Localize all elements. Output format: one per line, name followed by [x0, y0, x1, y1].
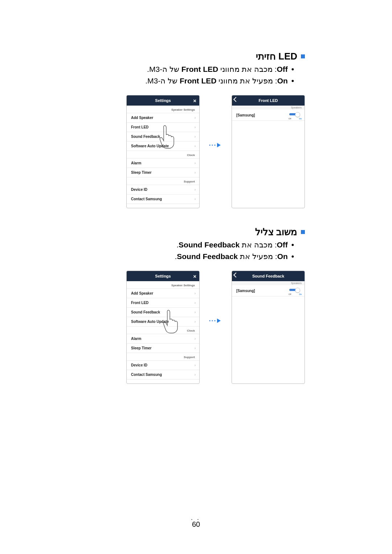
- description-list: • Off: מכבה את Sound Feedback. • On: מפע…: [80, 239, 294, 262]
- chevron-right-icon: ›: [195, 188, 196, 192]
- item-add-speaker[interactable]: Add Speaker›: [127, 113, 199, 123]
- blue-square-bullet-icon: [301, 230, 305, 234]
- chevron-right-icon: ›: [195, 144, 196, 148]
- item-add-speaker[interactable]: Add Speaker›: [127, 289, 199, 298]
- item-device-id[interactable]: Device ID›: [127, 361, 199, 370]
- desc-item-off: • Off: מכבה את מחווני Front LED של ה-M3.: [80, 63, 294, 75]
- chevron-right-icon: ›: [195, 125, 196, 129]
- chevron-right-icon: ›: [195, 197, 196, 201]
- chevron-right-icon: ›: [195, 310, 196, 314]
- item-device-id[interactable]: Device ID›: [127, 185, 199, 194]
- group-header-support: Support: [127, 177, 199, 185]
- detail-header: Sound Feedback: [232, 271, 305, 281]
- item-contact-samsung[interactable]: Contact Samsung›: [127, 194, 199, 204]
- desc-item-off: • Off: מכבה את Sound Feedback.: [80, 239, 294, 251]
- svg-point-2: [214, 144, 215, 145]
- detail-title: Sound Feedback: [252, 274, 284, 278]
- description-list: • Off: מכבה את מחווני Front LED של ה-M3.…: [80, 63, 294, 86]
- chevron-right-icon: ›: [195, 116, 196, 120]
- section-title: LED חזיתי: [256, 51, 297, 62]
- item-alarm[interactable]: Alarm›: [127, 334, 199, 344]
- item-sound-feedback[interactable]: Sound Feedback›: [127, 132, 199, 141]
- toggle-switch[interactable]: Off On: [289, 288, 301, 294]
- chevron-right-icon: ›: [195, 291, 196, 295]
- svg-point-1: [212, 144, 213, 145]
- item-contact-samsung[interactable]: Contact Samsung›: [127, 370, 199, 379]
- close-icon[interactable]: ×: [193, 274, 196, 279]
- item-front-led[interactable]: Front LED›: [127, 123, 199, 132]
- device-row[interactable]: [Samsung] Off On: [232, 285, 305, 296]
- section-heading: LED חזיתי: [80, 51, 305, 62]
- item-software-auto-update[interactable]: Software Auto Update›: [127, 317, 199, 327]
- settings-header: Settings ×: [127, 271, 199, 281]
- item-sound-feedback[interactable]: Sound Feedback›: [127, 308, 199, 317]
- chevron-right-icon: ›: [195, 373, 196, 377]
- settings-screen: Settings × Speaker Settings Add Speaker›…: [126, 95, 200, 208]
- detail-screen-sound-feedback: Sound Feedback Speakers [Samsung] Off On: [232, 271, 305, 384]
- group-header-clock: Clock: [127, 151, 199, 159]
- detail-header: Front LED: [232, 95, 305, 106]
- svg-point-0: [209, 144, 210, 145]
- item-sleep-timer[interactable]: Sleep Timer›: [127, 344, 199, 353]
- figure-row-1: Front LED Speakers [Samsung] Off On: [80, 95, 305, 208]
- chevron-right-icon: ›: [195, 301, 196, 305]
- device-name: [Samsung]: [236, 289, 255, 293]
- item-software-auto-update[interactable]: Software Auto Update›: [127, 141, 199, 151]
- chevron-right-icon: ›: [195, 337, 196, 341]
- detail-subheader: Speakers: [232, 106, 305, 110]
- figure-row-2: Sound Feedback Speakers [Samsung] Off On: [80, 271, 305, 384]
- desc-item-on: • On: מפעיל את Sound Feedback.: [80, 251, 294, 262]
- svg-marker-3: [217, 143, 221, 147]
- toggle-switch[interactable]: Off On: [289, 112, 301, 118]
- group-header-speaker: Speaker Settings: [127, 106, 199, 113]
- back-icon[interactable]: [233, 97, 238, 102]
- settings-screen: Settings × Speaker Settings Add Speaker›…: [126, 271, 200, 384]
- svg-point-5: [212, 320, 213, 321]
- group-header-speaker: Speaker Settings: [127, 281, 199, 289]
- desc-item-on: • On: מפעיל את מחווני Front LED של ה-M3.: [80, 75, 294, 87]
- chevron-right-icon: ›: [195, 363, 196, 367]
- back-icon[interactable]: [233, 272, 238, 278]
- svg-point-4: [209, 320, 210, 321]
- detail-title: Front LED: [258, 98, 278, 103]
- section-title: משוב צליל: [255, 226, 297, 238]
- chevron-right-icon: ›: [195, 171, 196, 175]
- chevron-right-icon: ›: [195, 346, 196, 350]
- svg-marker-7: [217, 319, 221, 323]
- group-header-clock: Clock: [127, 327, 199, 334]
- item-front-led[interactable]: Front LED›: [127, 298, 199, 308]
- chevron-right-icon: ›: [195, 161, 196, 165]
- page-number: • • 60: [0, 518, 392, 529]
- svg-point-6: [214, 320, 215, 321]
- item-alarm[interactable]: Alarm›: [127, 159, 199, 168]
- arrow-separator-icon: [208, 318, 223, 324]
- section-heading: משוב צליל: [80, 226, 305, 238]
- item-sleep-timer[interactable]: Sleep Timer›: [127, 168, 199, 177]
- device-row[interactable]: [Samsung] Off On: [232, 110, 305, 121]
- arrow-separator-icon: [208, 142, 223, 148]
- detail-screen-front-led: Front LED Speakers [Samsung] Off On: [232, 95, 305, 208]
- close-icon[interactable]: ×: [193, 98, 196, 103]
- settings-title: Settings: [155, 274, 171, 278]
- device-name: [Samsung]: [236, 113, 255, 117]
- settings-title: Settings: [155, 98, 171, 103]
- chevron-right-icon: ›: [195, 320, 196, 324]
- settings-header: Settings ×: [127, 95, 199, 106]
- blue-square-bullet-icon: [301, 54, 305, 58]
- group-header-support: Support: [127, 353, 199, 361]
- detail-subheader: Speakers: [232, 281, 305, 285]
- chevron-right-icon: ›: [195, 135, 196, 139]
